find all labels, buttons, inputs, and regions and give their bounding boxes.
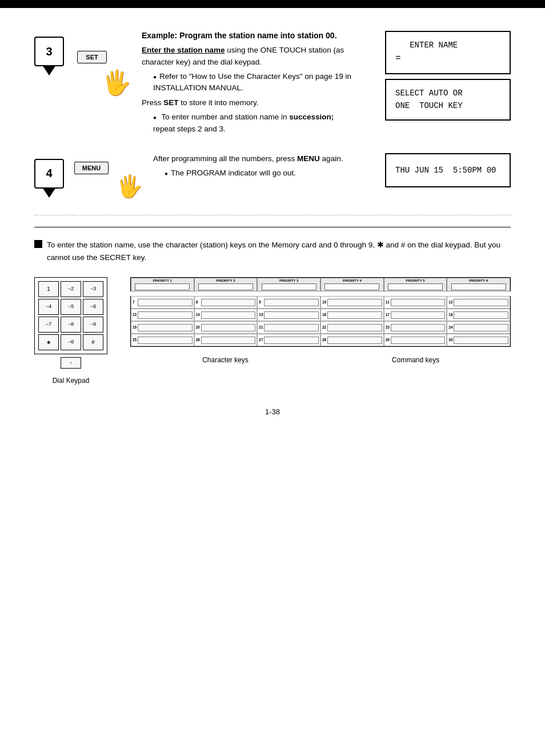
set-button: SET — [77, 51, 107, 63]
top-bar — [0, 0, 545, 8]
hand-icon: 🖐 — [102, 69, 131, 97]
key-cell-12: 12 — [447, 296, 510, 309]
char-keys-grid: 7 8 9 10 11 — [130, 296, 511, 347]
key-0: →0 — [61, 334, 81, 350]
key-star: ✱ — [38, 334, 59, 350]
key-extra: ↑ — [61, 357, 81, 369]
keys-labels-row: Character keys Command keys — [130, 355, 511, 364]
page-number: 1-38 — [34, 407, 511, 416]
priority3-header: PRIORITY 3 — [257, 278, 320, 291]
priority2-header: PRIORITY 2 — [194, 278, 258, 291]
key-1: 1 — [38, 281, 59, 297]
priority5-header: PRIORITY 5 — [384, 278, 447, 291]
key-3: →3 — [83, 281, 103, 297]
key-cell-9: 9 — [257, 296, 320, 309]
set-button-illustration: SET 🖐 — [74, 48, 126, 94]
key-cell-14: 14 — [194, 309, 258, 321]
dial-keypad-label: Dial Keypad — [53, 377, 90, 385]
step4-badge: 4 — [34, 159, 64, 189]
key-6: →6 — [83, 299, 103, 315]
priority4-header: PRIORITY 4 — [320, 278, 384, 291]
step3-badge: 3 — [34, 37, 64, 66]
step4-lcd-column: THU JUN 15 5:50PM 00 — [385, 153, 511, 187]
step3-lcd-column: ENTER NAME = SELECT AUTO OR ONE TOUCH KE… — [385, 31, 511, 121]
key-2: →2 — [61, 281, 81, 297]
key-cell-15: 15 — [257, 309, 320, 321]
key-8: →8 — [61, 317, 81, 333]
key-cell-16: 16 — [320, 309, 384, 321]
main-divider — [34, 227, 511, 228]
key-cell-7: 7 — [131, 296, 194, 309]
key-cell-11: 11 — [384, 296, 447, 309]
priority6-header: PRIORITY 6 — [447, 278, 510, 291]
key-cell-18: 18 — [447, 309, 510, 321]
step3-section: 3 SET 🖐 Example: Program the station nam… — [34, 31, 511, 137]
key-5: →5 — [61, 299, 81, 315]
key-cell-13: 13 — [131, 309, 194, 321]
lcd-time-display: THU JUN 15 5:50PM 00 — [385, 153, 511, 187]
char-keys-label: Character keys — [202, 356, 249, 364]
key-cell-30: 30 — [447, 334, 510, 346]
key-cell-26: 26 — [194, 334, 258, 346]
keypads-row: 1 →2 →3 →4 →5 →6 →7 →8 →9 ✱ →0 # ↑ Dial … — [34, 277, 511, 385]
key-7: →7 — [38, 317, 59, 333]
note-text: To enter the station name, use the chara… — [47, 239, 511, 263]
key-cell-27: 27 — [257, 334, 320, 346]
step4-section: 4 MENU 🖐 After programming all the numbe… — [34, 153, 511, 199]
example-label: Example: Program the station name into s… — [142, 31, 374, 40]
key-cell-17: 17 — [384, 309, 447, 321]
priority1-header: PRIORITY 1 — [131, 278, 194, 291]
note-icon — [34, 240, 42, 248]
hand-icon-menu: 🖐 — [116, 174, 143, 199]
key-cell-29: 29 — [384, 334, 447, 346]
menu-button: MENU — [74, 162, 109, 174]
dotted-separator — [34, 215, 511, 215]
lcd-select-auto: SELECT AUTO OR ONE TOUCH KEY — [385, 79, 511, 121]
command-keys-label: Command keys — [392, 356, 439, 364]
key-cell-8: 8 — [194, 296, 258, 309]
note-section: To enter the station name, use the chara… — [34, 239, 511, 263]
key-cell-28: 28 — [320, 334, 384, 346]
key-4: →4 — [38, 299, 59, 315]
key-cell-25: 25 — [131, 334, 194, 346]
step3-description: Enter the station name using the ONE TOU… — [142, 45, 374, 135]
key-cell-21: 21 — [257, 321, 320, 334]
key-cell-22: 22 — [320, 321, 384, 334]
step4-description: After programming all the numbers, press… — [153, 153, 374, 179]
key-9: →9 — [83, 317, 103, 333]
key-cell-10: 10 — [320, 296, 384, 309]
dial-keypad: 1 →2 →3 →4 →5 →6 →7 →8 →9 ✱ →0 # — [34, 277, 107, 354]
key-cell-24: 24 — [447, 321, 510, 334]
char-keys-headers: PRIORITY 1 PRIORITY 2 PRIORITY 3 PRIORIT… — [130, 277, 511, 291]
lcd-enter-name: ENTER NAME = — [385, 31, 511, 74]
key-hash: # — [83, 334, 103, 350]
char-keys-container: PRIORITY 1 PRIORITY 2 PRIORITY 3 PRIORIT… — [130, 277, 511, 364]
key-cell-20: 20 — [194, 321, 258, 334]
key-cell-19: 19 — [131, 321, 194, 334]
key-cell-23: 23 — [384, 321, 447, 334]
dial-keypad-container: 1 →2 →3 →4 →5 →6 →7 →8 →9 ✱ →0 # ↑ Dial … — [34, 277, 107, 385]
